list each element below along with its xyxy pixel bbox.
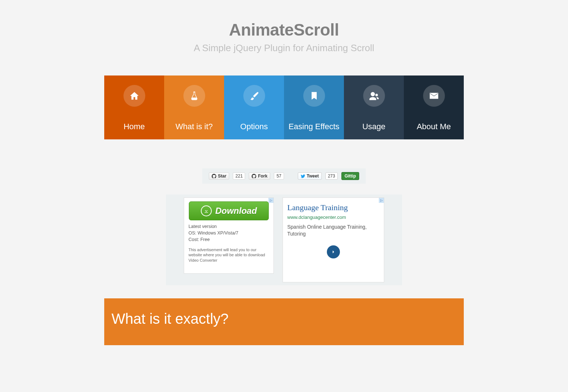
mail-icon: [423, 85, 445, 107]
social-strip: Star 221 Fork 57 Tweet 273 Gittip: [202, 168, 366, 184]
star-label: Star: [218, 173, 226, 179]
ad-url[interactable]: www.dclanguagecenter.com: [287, 215, 380, 220]
nav-label: Usage: [344, 122, 404, 131]
tweet-button[interactable]: Tweet: [298, 172, 322, 180]
ad-disclaimer: This advertisement will lead you to our …: [188, 247, 269, 263]
ad-title: Language Training: [287, 203, 380, 212]
download-button[interactable]: Download: [189, 201, 269, 220]
nav-label: Home: [104, 122, 164, 131]
adchoices-icon[interactable]: ▷: [268, 198, 273, 203]
section-heading: What is it exactly?: [111, 311, 457, 327]
github-star-button[interactable]: Star: [209, 172, 229, 180]
brush-icon: [243, 85, 265, 107]
ad-download[interactable]: ▷ Download Latest version OS: Windows XP…: [184, 197, 274, 274]
nav-item-usage[interactable]: Usage: [344, 75, 404, 139]
ad-language-training[interactable]: ▷ Language Training www.dclanguagecenter…: [283, 197, 384, 282]
nav-label: What is it?: [164, 122, 224, 131]
ad-line: OS: Windows XP/Vista/7: [188, 230, 269, 236]
nav-item-about-me[interactable]: About Me: [404, 75, 464, 139]
nav-item-options[interactable]: Options: [224, 75, 284, 139]
ad-line: Cost: Free: [188, 237, 269, 242]
twitter-icon: [301, 174, 305, 179]
ad-go-button[interactable]: [327, 245, 340, 258]
flask-icon: [183, 85, 205, 107]
nav-label: Easing Effects: [284, 122, 344, 131]
github-icon: [212, 174, 216, 179]
bookmark-icon: [303, 85, 325, 107]
tweet-count[interactable]: 273: [325, 172, 338, 180]
nav-item-home[interactable]: Home: [104, 75, 164, 139]
adchoices-icon[interactable]: ▷: [379, 198, 384, 203]
download-arrow-icon: [201, 205, 212, 216]
github-fork-button[interactable]: Fork: [249, 172, 270, 180]
nav-label: Options: [224, 122, 284, 131]
ad-line: Latest version: [188, 224, 269, 229]
nav-item-what-is-it[interactable]: What is it?: [164, 75, 224, 139]
ads-container: ▷ Download Latest version OS: Windows XP…: [166, 195, 402, 285]
download-label: Download: [215, 206, 257, 216]
nav-label: About Me: [404, 122, 464, 131]
fork-label: Fork: [258, 173, 267, 179]
gittip-button[interactable]: Gittip: [341, 172, 359, 180]
page-title: AnimateScroll: [0, 20, 568, 40]
github-icon: [252, 174, 256, 179]
ad-description: Spanish Online Language Training, Tutori…: [287, 224, 380, 237]
main-nav: Home What is it? Options Easing Effects …: [104, 75, 464, 139]
users-icon: [363, 85, 385, 107]
nav-item-easing-effects[interactable]: Easing Effects: [284, 75, 344, 139]
github-fork-count[interactable]: 57: [274, 172, 284, 180]
tweet-label: Tweet: [307, 173, 319, 179]
github-star-count[interactable]: 221: [233, 172, 245, 180]
page-subtitle: A Simple jQuery Plugin for Animating Scr…: [0, 42, 568, 54]
section-what-is-it: What is it exactly?: [104, 298, 464, 345]
home-icon: [123, 85, 145, 107]
page-header: AnimateScroll A Simple jQuery Plugin for…: [0, 0, 568, 75]
chevron-right-icon: [330, 249, 336, 255]
